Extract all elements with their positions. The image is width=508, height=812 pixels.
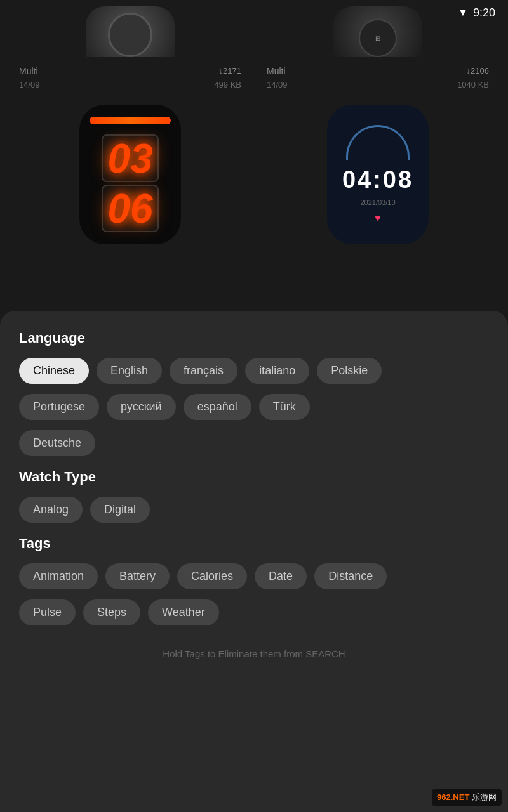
watch-item-top-1: [13, 6, 248, 57]
watch-meta-2: 14/09 1040 KB: [260, 80, 495, 89]
status-bar: ▼ 9:20: [381, 0, 508, 25]
main-faces-row: 0 3 0 6 04:08: [0, 98, 508, 251]
top-labels-row: Multi ↓2171 Multi ↓2106: [0, 63, 508, 79]
watch-thumb-1: [86, 6, 175, 57]
tags-chips-row1: Animation Battery Calories Date Distance: [19, 563, 489, 589]
chip-distance[interactable]: Distance: [314, 563, 387, 589]
chip-steps[interactable]: Steps: [83, 599, 140, 625]
digital-watch-container: 04:08 2021/03/10 ♥: [260, 105, 495, 244]
digital-watch-face: 04:08 2021/03/10 ♥: [327, 105, 429, 244]
watch-type-section: Watch Type Analog Digital: [19, 469, 489, 523]
digital-date-text: 2021/03/10: [360, 199, 395, 206]
language-section: Language Chinese English français italia…: [19, 330, 489, 456]
chip-calories[interactable]: Calories: [177, 563, 247, 589]
tube-top-bar: [90, 117, 171, 124]
tube-min2: 6: [130, 188, 153, 229]
watch-label-2: Multi: [267, 66, 286, 76]
watch-type-chips: Analog Digital: [19, 497, 489, 523]
watch-downloads-2: ↓2106: [467, 66, 489, 76]
filter-panel: Language Chinese English français italia…: [0, 311, 508, 812]
watch-label-1: Multi: [19, 66, 38, 76]
watermark-platform: 乐游网: [472, 792, 497, 802]
watch-info-1: Multi ↓2171: [13, 66, 248, 76]
chip-analog[interactable]: Analog: [19, 497, 83, 523]
watch-meta-1: 14/09 499 KB: [13, 80, 248, 89]
digital-arc: [346, 125, 410, 160]
chip-turk[interactable]: Türk: [259, 394, 310, 420]
digital-time-text: 04:08: [342, 166, 413, 193]
tube-min: 0: [107, 188, 130, 229]
chip-animation[interactable]: Animation: [19, 563, 98, 589]
digital-time-display: 04:08: [342, 166, 413, 193]
chip-pulse[interactable]: Pulse: [19, 599, 76, 625]
chip-portugese[interactable]: Portugese: [19, 394, 99, 420]
tube-hour: 0: [107, 138, 130, 179]
digital-face-inner: 04:08 2021/03/10 ♥: [327, 105, 429, 244]
tube-watch-face: 0 3 0 6: [79, 105, 181, 244]
chip-espanol[interactable]: español: [184, 394, 251, 420]
chip-date[interactable]: Date: [255, 563, 307, 589]
chip-battery[interactable]: Battery: [105, 563, 170, 589]
language-title: Language: [19, 330, 489, 346]
chip-chinese[interactable]: Chinese: [19, 358, 89, 384]
watch-date-2: 14/09: [267, 80, 288, 89]
chip-polskie[interactable]: Polskie: [317, 358, 382, 384]
chip-italiano[interactable]: italiano: [245, 358, 309, 384]
wifi-icon: ▼: [458, 7, 468, 18]
hint-text: Hold Tags to Eliminate them from SEARCH: [19, 638, 489, 710]
watermark-site: 962.NET: [437, 792, 469, 802]
chip-francais[interactable]: français: [170, 358, 237, 384]
tags-chips-row2: Pulse Steps Weather: [19, 599, 489, 625]
tube-face-inner: 0 3 0 6: [79, 105, 181, 244]
watch-info-2: Multi ↓2106: [260, 66, 495, 76]
chip-english[interactable]: English: [97, 358, 162, 384]
chip-weather[interactable]: Weather: [148, 599, 219, 625]
status-time: 9:20: [473, 6, 495, 20]
digital-heart-icon: ♥: [375, 213, 381, 224]
watermark: 962.NET 乐游网: [432, 789, 502, 806]
language-chips-row2: Portugese русский español Türk: [19, 394, 489, 420]
top-meta-row: 14/09 499 KB 14/09 1040 KB: [0, 79, 508, 91]
watch-size-2: 1040 KB: [457, 80, 489, 89]
watch-type-title: Watch Type: [19, 469, 489, 485]
tube-hour2: 3: [130, 138, 153, 179]
tags-section: Tags Animation Battery Calories Date Dis…: [19, 535, 489, 625]
chip-deutsche[interactable]: Deutsche: [19, 430, 95, 456]
language-chips: Chinese English français italiano Polski…: [19, 358, 489, 384]
language-chips-row3: Deutsche: [19, 430, 489, 456]
tags-title: Tags: [19, 535, 489, 552]
background-content: ⊞ Multi ↓2171 Multi ↓2106 14/09 499 KB 1…: [0, 0, 508, 324]
chip-digital[interactable]: Digital: [90, 497, 150, 523]
tube-watch-container: 0 3 0 6: [13, 105, 248, 244]
watch-downloads-1: ↓2171: [219, 66, 241, 76]
chip-russian[interactable]: русский: [107, 394, 176, 420]
watch-date-1: 14/09: [19, 80, 40, 89]
watch-size-1: 499 KB: [214, 80, 241, 89]
